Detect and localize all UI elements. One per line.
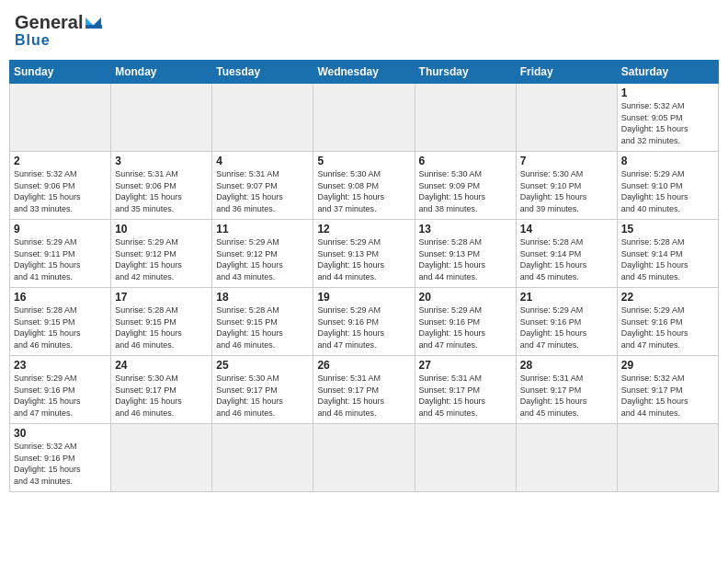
week-row-4: 23Sunrise: 5:29 AM Sunset: 9:16 PM Dayli… [10,356,719,424]
calendar-cell: 25Sunrise: 5:30 AM Sunset: 9:17 PM Dayli… [212,356,313,424]
calendar-cell: 10Sunrise: 5:29 AM Sunset: 9:12 PM Dayli… [111,220,212,288]
calendar-cell [10,84,111,152]
day-info: Sunrise: 5:31 AM Sunset: 9:06 PM Dayligh… [115,168,208,214]
day-number: 14 [520,223,613,236]
day-number: 29 [621,359,714,372]
calendar-cell: 8Sunrise: 5:29 AM Sunset: 9:10 PM Daylig… [617,152,718,220]
day-number: 9 [14,223,107,236]
day-number: 17 [115,291,208,304]
calendar-cell [516,84,617,152]
day-header-friday: Friday [516,61,617,84]
day-number: 27 [419,359,512,372]
calendar-cell: 29Sunrise: 5:32 AM Sunset: 9:17 PM Dayli… [617,356,718,424]
day-number: 26 [317,359,410,372]
day-info: Sunrise: 5:30 AM Sunset: 9:09 PM Dayligh… [419,168,512,214]
day-info: Sunrise: 5:32 AM Sunset: 9:05 PM Dayligh… [621,100,714,146]
calendar-cell [617,424,718,492]
day-info: Sunrise: 5:29 AM Sunset: 9:12 PM Dayligh… [216,236,309,282]
day-info: Sunrise: 5:29 AM Sunset: 9:16 PM Dayligh… [14,373,107,419]
day-number: 15 [621,223,714,236]
day-number: 20 [419,291,512,304]
week-row-5: 30Sunrise: 5:32 AM Sunset: 9:16 PM Dayli… [10,424,719,492]
day-header-tuesday: Tuesday [212,61,313,84]
day-info: Sunrise: 5:29 AM Sunset: 9:12 PM Dayligh… [115,236,208,282]
day-number: 24 [115,359,208,372]
calendar-cell: 4Sunrise: 5:31 AM Sunset: 9:07 PM Daylig… [212,152,313,220]
day-number: 11 [216,223,309,236]
day-number: 16 [14,291,107,304]
calendar-cell: 19Sunrise: 5:29 AM Sunset: 9:16 PM Dayli… [313,288,415,356]
day-info: Sunrise: 5:31 AM Sunset: 9:17 PM Dayligh… [419,373,512,419]
day-number: 28 [520,359,613,372]
calendar-cell: 23Sunrise: 5:29 AM Sunset: 9:16 PM Dayli… [10,356,111,424]
day-info: Sunrise: 5:31 AM Sunset: 9:07 PM Dayligh… [216,168,309,214]
calendar-cell: 16Sunrise: 5:28 AM Sunset: 9:15 PM Dayli… [10,288,111,356]
day-info: Sunrise: 5:28 AM Sunset: 9:15 PM Dayligh… [14,304,107,350]
calendar-cell: 28Sunrise: 5:31 AM Sunset: 9:17 PM Dayli… [516,356,617,424]
day-info: Sunrise: 5:29 AM Sunset: 9:16 PM Dayligh… [621,304,714,350]
day-info: Sunrise: 5:29 AM Sunset: 9:11 PM Dayligh… [14,236,107,282]
calendar-cell: 11Sunrise: 5:29 AM Sunset: 9:12 PM Dayli… [212,220,313,288]
calendar-cell: 15Sunrise: 5:28 AM Sunset: 9:14 PM Dayli… [617,220,718,288]
day-info: Sunrise: 5:28 AM Sunset: 9:15 PM Dayligh… [115,304,208,350]
week-row-2: 9Sunrise: 5:29 AM Sunset: 9:11 PM Daylig… [10,220,719,288]
week-row-0: 1Sunrise: 5:32 AM Sunset: 9:05 PM Daylig… [10,84,719,152]
day-info: Sunrise: 5:32 AM Sunset: 9:17 PM Dayligh… [621,373,714,419]
day-info: Sunrise: 5:29 AM Sunset: 9:13 PM Dayligh… [317,236,410,282]
day-number: 4 [216,155,309,167]
calendar-cell: 17Sunrise: 5:28 AM Sunset: 9:15 PM Dayli… [111,288,212,356]
day-info: Sunrise: 5:31 AM Sunset: 9:17 PM Dayligh… [317,373,410,419]
day-info: Sunrise: 5:31 AM Sunset: 9:17 PM Dayligh… [520,373,613,419]
day-number: 25 [216,359,309,372]
day-info: Sunrise: 5:32 AM Sunset: 9:16 PM Dayligh… [14,441,107,487]
day-header-thursday: Thursday [415,61,516,84]
day-info: Sunrise: 5:30 AM Sunset: 9:08 PM Dayligh… [317,168,410,214]
day-number: 1 [621,86,714,99]
day-info: Sunrise: 5:29 AM Sunset: 9:16 PM Dayligh… [520,304,613,350]
calendar-cell [313,424,415,492]
day-number: 6 [419,155,512,167]
day-info: Sunrise: 5:29 AM Sunset: 9:16 PM Dayligh… [419,304,512,350]
calendar-cell [111,424,212,492]
day-number: 22 [621,291,714,304]
day-info: Sunrise: 5:28 AM Sunset: 9:15 PM Dayligh… [216,304,309,350]
calendar-cell: 27Sunrise: 5:31 AM Sunset: 9:17 PM Dayli… [415,356,516,424]
days-header-row: SundayMondayTuesdayWednesdayThursdayFrid… [10,61,719,84]
day-number: 3 [115,155,208,167]
day-number: 19 [317,291,410,304]
day-header-wednesday: Wednesday [313,61,415,84]
day-number: 23 [14,359,107,372]
calendar-cell [516,424,617,492]
calendar-cell: 3Sunrise: 5:31 AM Sunset: 9:06 PM Daylig… [111,152,212,220]
calendar-cell: 22Sunrise: 5:29 AM Sunset: 9:16 PM Dayli… [617,288,718,356]
calendar-cell [212,84,313,152]
header: General Blue [9,9,719,52]
week-row-3: 16Sunrise: 5:28 AM Sunset: 9:15 PM Dayli… [10,288,719,356]
calendar-cell: 14Sunrise: 5:28 AM Sunset: 9:14 PM Dayli… [516,220,617,288]
logo: General Blue [15,13,102,49]
day-info: Sunrise: 5:29 AM Sunset: 9:10 PM Dayligh… [621,168,714,214]
day-number: 7 [520,155,613,167]
day-number: 13 [419,223,512,236]
day-info: Sunrise: 5:28 AM Sunset: 9:14 PM Dayligh… [520,236,613,282]
day-number: 21 [520,291,613,304]
calendar-cell: 26Sunrise: 5:31 AM Sunset: 9:17 PM Dayli… [313,356,415,424]
calendar-cell: 5Sunrise: 5:30 AM Sunset: 9:08 PM Daylig… [313,152,415,220]
calendar-cell [313,84,415,152]
day-info: Sunrise: 5:32 AM Sunset: 9:06 PM Dayligh… [14,168,107,214]
calendar-cell [415,84,516,152]
day-number: 30 [14,427,107,440]
day-info: Sunrise: 5:28 AM Sunset: 9:13 PM Dayligh… [419,236,512,282]
calendar-cell: 24Sunrise: 5:30 AM Sunset: 9:17 PM Dayli… [111,356,212,424]
day-info: Sunrise: 5:30 AM Sunset: 9:17 PM Dayligh… [216,373,309,419]
calendar-cell: 21Sunrise: 5:29 AM Sunset: 9:16 PM Dayli… [516,288,617,356]
day-header-sunday: Sunday [10,61,111,84]
day-number: 12 [317,223,410,236]
day-info: Sunrise: 5:29 AM Sunset: 9:16 PM Dayligh… [317,304,410,350]
day-number: 18 [216,291,309,304]
calendar-cell: 20Sunrise: 5:29 AM Sunset: 9:16 PM Dayli… [415,288,516,356]
calendar-cell [415,424,516,492]
calendar-cell [212,424,313,492]
calendar-cell: 30Sunrise: 5:32 AM Sunset: 9:16 PM Dayli… [10,424,111,492]
calendar-cell: 13Sunrise: 5:28 AM Sunset: 9:13 PM Dayli… [415,220,516,288]
